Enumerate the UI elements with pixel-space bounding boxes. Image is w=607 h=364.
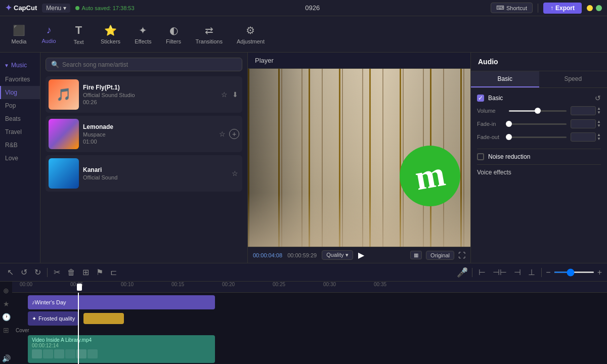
sidebar-item-love[interactable]: Love: [0, 152, 40, 165]
export-button[interactable]: ↑ Export: [543, 3, 582, 14]
add-lemonade-button[interactable]: +: [229, 129, 239, 139]
basic-checkbox[interactable]: ✓: [477, 95, 484, 102]
group-button[interactable]: ⊞: [80, 265, 91, 279]
toolbar-media[interactable]: ⬛ Media: [5, 21, 33, 48]
sidebar-item-beats[interactable]: Beats: [0, 112, 40, 125]
thumb-lemonade: [49, 119, 79, 149]
fadein-thumb[interactable]: [506, 121, 512, 127]
track-row-frosted: ✦ Frosted quality: [15, 311, 604, 326]
tracks-area: ♪ Winter's Day ✦ Frosted quality Cover: [12, 293, 607, 364]
original-button[interactable]: Original: [426, 251, 454, 260]
download-firefly-button[interactable]: ⬇: [231, 89, 239, 100]
fit-right-button[interactable]: ⊣: [512, 265, 523, 279]
zoom-in-button[interactable]: +: [597, 268, 602, 277]
clip-video[interactable]: Video Inside A Library.mp4 00:00:12:14: [28, 335, 215, 363]
volume-thumb[interactable]: [535, 108, 541, 114]
toolbar-stickers[interactable]: ⭐ Stickers: [95, 21, 126, 48]
timeline-speaker-button[interactable]: 🔊: [2, 354, 11, 362]
volume-input[interactable]: 0.0dB: [571, 106, 596, 115]
select-tool-button[interactable]: ↖: [5, 265, 16, 279]
waveform-button[interactable]: ▦: [410, 251, 422, 259]
favorite-lemonade-button[interactable]: ☆: [218, 129, 227, 139]
split-button[interactable]: ✂: [52, 265, 62, 279]
flag-button[interactable]: ⚑: [94, 265, 105, 279]
fadein-slider[interactable]: [509, 123, 567, 125]
sidebar-item-favorites[interactable]: Favorites: [0, 73, 40, 86]
music-info-lemonade: Lemonade Muspace 01:00: [83, 123, 214, 145]
noise-reduction-row: Noise reduction: [477, 153, 601, 160]
sidebar-item-vlog[interactable]: Vlog: [0, 86, 40, 99]
toolbar-effects[interactable]: ✦ Effects: [128, 21, 157, 48]
toolbar-audio[interactable]: ♪ Audio: [35, 21, 63, 47]
fadeout-down-button[interactable]: ▼: [597, 137, 601, 141]
music-item-kanari[interactable]: Kanari Official Sound ☆: [46, 155, 242, 192]
fadeout-slider[interactable]: [509, 136, 567, 138]
stickers-icon: ⭐: [104, 24, 117, 36]
voice-effects-section: Voice effects: [477, 169, 601, 176]
search-input[interactable]: [62, 61, 237, 68]
fullscreen-button[interactable]: ⛶: [458, 251, 465, 259]
clip-winters-day[interactable]: ♪ Winter's Day: [28, 295, 215, 309]
toolbar-separator-2: [472, 268, 472, 277]
shortcut-button[interactable]: ⌨ Shortcut: [491, 3, 533, 13]
playhead-handle[interactable]: [77, 284, 82, 291]
timeline-add-media-button[interactable]: ⊕: [3, 287, 9, 295]
center-button[interactable]: ⊥: [526, 265, 537, 279]
sidebar-item-travel[interactable]: Travel: [0, 125, 40, 139]
copy-button[interactable]: ⊏: [108, 265, 119, 279]
play-button[interactable]: ▶: [358, 250, 364, 260]
sidebar-music-header[interactable]: ▼ Music: [0, 58, 40, 73]
clip-frosted-quality[interactable]: ✦ Frosted quality: [28, 311, 78, 326]
current-time-display: 00:00:04:08: [253, 252, 282, 258]
reset-button[interactable]: ↺: [595, 94, 601, 102]
timeline-toolbar: ↖ ↺ ↻ ✂ 🗑 ⊞ ⚑ ⊏ 🎤 ⊢ ⊣⊢ ⊣ ⊥ − +: [0, 263, 607, 282]
menu-button[interactable]: Menu ▾: [42, 4, 70, 13]
fit-left-button[interactable]: ⊢: [476, 265, 488, 279]
timeline-star-button[interactable]: ★: [3, 300, 10, 308]
fadein-down-button[interactable]: ▼: [597, 124, 601, 128]
delete-button[interactable]: 🗑: [65, 266, 77, 279]
toolbar-adjustment[interactable]: ⚙ Adjustment: [231, 21, 271, 48]
undo-button[interactable]: ↺: [19, 265, 29, 279]
fadeout-thumb[interactable]: [506, 134, 512, 140]
volume-down-button[interactable]: ▼: [597, 111, 601, 115]
fadein-input[interactable]: 0.0s: [571, 119, 596, 128]
volume-fill: [509, 110, 538, 112]
thumb-firefly: 🎵: [49, 79, 79, 110]
favorite-kanari-button[interactable]: ☆: [231, 168, 239, 178]
music-artist-kanari: Official Sound: [83, 174, 227, 180]
project-id: 0926: [140, 4, 486, 12]
redo-button[interactable]: ↻: [32, 265, 43, 279]
time-mark-4: 00:20: [222, 282, 235, 287]
thumb-kanari: [49, 158, 79, 189]
sidebar-item-pop[interactable]: Pop: [0, 99, 40, 112]
toolbar-text[interactable]: T Text: [65, 21, 93, 48]
adjustment-icon: ⚙: [246, 24, 255, 36]
tab-speed[interactable]: Speed: [539, 71, 608, 87]
music-item-firefly[interactable]: 🎵 Fire Fly(Pt.1) Official Sound Studio 0…: [46, 76, 242, 113]
timeline-layout-button[interactable]: ⊞: [3, 326, 9, 334]
minimize-button[interactable]: [587, 5, 593, 11]
volume-slider[interactable]: [509, 110, 567, 112]
tab-basic[interactable]: Basic: [471, 71, 539, 87]
fadeout-input[interactable]: 0.0s: [571, 132, 596, 142]
favorite-firefly-button[interactable]: ☆: [220, 89, 229, 100]
quality-button[interactable]: Quality ▾: [322, 250, 353, 260]
maximize-button[interactable]: [596, 5, 602, 11]
total-time-display: 00:00:59:29: [287, 252, 317, 258]
music-info-kanari: Kanari Official Sound: [83, 166, 227, 180]
sidebar-item-rb[interactable]: R&B: [0, 139, 40, 152]
toolbar-filters[interactable]: ◐ Filters: [160, 21, 188, 48]
toolbar-transitions[interactable]: ⇄ Transitions: [190, 21, 229, 48]
music-item-lemonade[interactable]: Lemonade Muspace 01:00 ☆ +: [46, 116, 242, 152]
search-icon: 🔍: [51, 61, 59, 68]
timeline-history-button[interactable]: 🕐: [2, 313, 11, 321]
fit-both-button[interactable]: ⊣⊢: [491, 265, 509, 279]
clip-color[interactable]: [83, 313, 124, 324]
zoom-out-button[interactable]: −: [546, 268, 550, 277]
right-tabs: Basic Speed: [471, 71, 607, 88]
microphone-button[interactable]: 🎤: [457, 267, 468, 278]
track-row-video: Video Inside A Library.mp4 00:00:12:14: [15, 335, 604, 363]
noise-checkbox[interactable]: [477, 153, 484, 160]
zoom-slider[interactable]: [554, 271, 594, 273]
